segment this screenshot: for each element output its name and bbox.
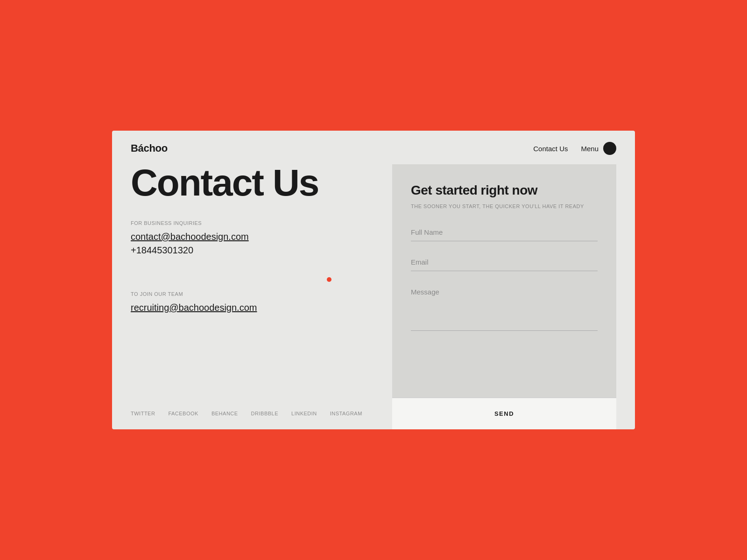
logo: Báchoo	[131, 142, 168, 154]
message-input[interactable]	[411, 284, 598, 331]
red-dot-decoration	[327, 277, 331, 282]
social-dribbble[interactable]: DRIBBBLE	[251, 411, 278, 416]
form-title: Get started right now	[411, 183, 598, 198]
spacer-dot	[131, 277, 374, 287]
social-behance[interactable]: BEHANCE	[211, 411, 238, 416]
contact-form-panel: Get started right now THE SOONER YOU STA…	[392, 164, 616, 429]
nav: Contact Us Menu	[533, 142, 616, 155]
full-name-field	[411, 224, 598, 241]
message-field	[411, 284, 598, 384]
form-subtitle: THE SOONER YOU START, THE QUICKER YOU'LL…	[411, 203, 598, 210]
social-facebook[interactable]: FACEBOOK	[168, 411, 198, 416]
main-content: Contact Us FOR BUSINESS INQUIRIES contac…	[112, 164, 635, 429]
recruiting-email[interactable]: recruiting@bachoodesign.com	[131, 302, 374, 313]
social-links: TWITTER FACEBOOK BEHANCE DRIBBBLE LINKED…	[131, 398, 374, 429]
email-field	[411, 254, 598, 271]
nav-contact-link[interactable]: Contact Us	[533, 145, 568, 153]
page-title: Contact Us	[131, 164, 374, 202]
nav-menu-button[interactable]: Menu	[581, 142, 616, 155]
page-container: Báchoo Contact Us Menu Contact Us FOR BU…	[112, 131, 635, 429]
recruiting-section: TO JOIN OUR TEAM recruiting@bachoodesign…	[131, 291, 374, 313]
left-column: Contact Us FOR BUSINESS INQUIRIES contac…	[131, 164, 374, 429]
business-inquiries-label: FOR BUSINESS INQUIRIES	[131, 220, 374, 226]
social-twitter[interactable]: TWITTER	[131, 411, 155, 416]
business-email[interactable]: contact@bachoodesign.com	[131, 231, 374, 242]
recruiting-label: TO JOIN OUR TEAM	[131, 291, 374, 297]
menu-dot-icon	[603, 142, 616, 155]
business-inquiries-section: FOR BUSINESS INQUIRIES contact@bachoodes…	[131, 220, 374, 256]
header: Báchoo Contact Us Menu	[112, 131, 635, 164]
full-name-input[interactable]	[411, 224, 598, 241]
send-button[interactable]: SEND	[392, 398, 616, 429]
business-phone: +18445301320	[131, 245, 374, 256]
social-instagram[interactable]: INSTAGRAM	[330, 411, 362, 416]
form-inner: Get started right now THE SOONER YOU STA…	[392, 164, 616, 398]
left-mid: FOR BUSINESS INQUIRIES contact@bachoodes…	[131, 220, 374, 398]
email-input[interactable]	[411, 254, 598, 271]
social-linkedin[interactable]: LINKEDIN	[291, 411, 317, 416]
